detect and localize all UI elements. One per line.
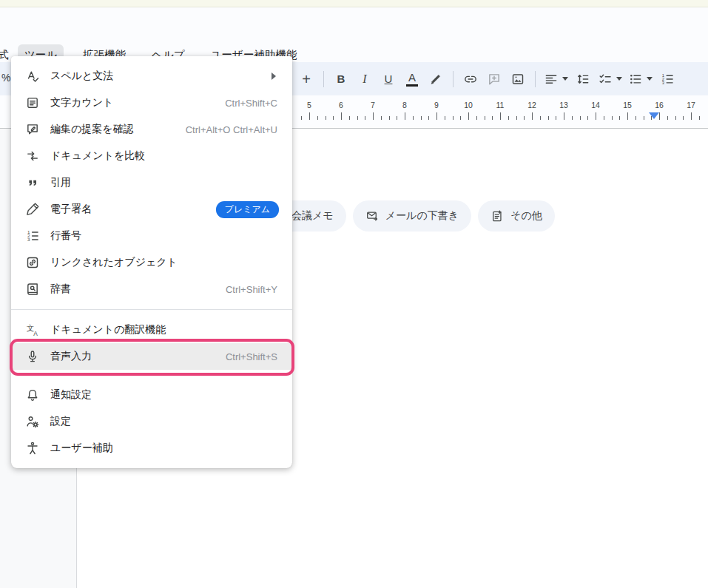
ruler-tick: [468, 112, 469, 120]
ruler-tick: [317, 116, 318, 120]
ruler-tick: [413, 116, 414, 120]
ruler-tick: [644, 116, 644, 120]
ruler-tick: [619, 116, 620, 120]
ruler-tick: [460, 116, 461, 120]
ruler-number: 12: [525, 101, 539, 109]
menu-item-word-count[interactable]: 文字カウントCtrl+Shift+C: [11, 89, 292, 116]
toolbar-add-comment-button[interactable]: [485, 68, 503, 90]
template-chip-more[interactable]: その他: [478, 200, 555, 232]
chevron-down-icon: [647, 77, 653, 81]
menu-item-spelling-and-grammar[interactable]: スペルと文法: [11, 63, 292, 89]
ruler-tick: [333, 116, 334, 120]
premium-badge: プレミアム: [216, 201, 279, 218]
toolbar-insert-link-button[interactable]: [462, 68, 479, 90]
menu-item-label: 編集の提案を確認: [50, 123, 134, 136]
ruler-number: 11: [493, 101, 508, 109]
menu-item-linked-objects[interactable]: リンクされたオブジェクト: [11, 249, 292, 276]
svg-text:3: 3: [662, 80, 664, 84]
ruler-tick: [516, 116, 517, 120]
ruler-tick: [556, 116, 556, 120]
ruler-tick: [596, 112, 596, 120]
toolbar-align-button[interactable]: [544, 68, 568, 90]
menu-item-translate-document[interactable]: 文Aドキュメントの翻訳機能: [11, 317, 292, 343]
ruler-number: 8: [397, 101, 412, 109]
highlighter-icon: [428, 72, 443, 87]
menu-item-line-numbers[interactable]: 123行番号: [11, 223, 292, 249]
ruler-tick: [667, 116, 668, 120]
ruler-tick: [341, 112, 342, 120]
menu-item-label: ユーザー補助: [50, 442, 113, 455]
toolbar-italic-button[interactable]: I: [356, 68, 374, 90]
align-left-icon: [544, 72, 559, 87]
menu-divider: [11, 309, 292, 310]
zoom-control-clipped[interactable]: %: [1, 72, 10, 84]
ruler-tick: [675, 116, 676, 120]
ruler-tick: [587, 116, 588, 120]
toolbar-insert-image-button[interactable]: [509, 68, 527, 90]
template-chip-label: メールの下書き: [385, 209, 459, 223]
toolbar-line-spacing-button[interactable]: [574, 68, 592, 90]
menu-item-esignature[interactable]: 電子署名プレミアム: [11, 196, 292, 223]
ruler-tick: [453, 116, 454, 120]
menu-item-citations[interactable]: 引用: [11, 169, 292, 196]
menu-item-label: 電子署名: [50, 203, 92, 216]
numbered-list-icon: 123: [660, 72, 675, 87]
menu-item-shortcut: Ctrl+Shift+Y: [226, 284, 277, 295]
menu-item-notification-settings[interactable]: 通知設定: [11, 382, 292, 408]
ruler-number: 16: [652, 101, 667, 109]
template-chips-row: 会議メモメールの下書きその他: [259, 200, 555, 232]
ruler-tick: [604, 116, 604, 120]
ruler-tick: [500, 112, 501, 120]
toolbar-font-size-increase-button[interactable]: +: [297, 68, 315, 90]
accessibility-icon: [24, 439, 41, 457]
ruler-tick: [532, 112, 533, 120]
link-icon: [463, 72, 478, 87]
chevron-down-icon: [616, 77, 622, 81]
toolbar-bold-button[interactable]: B: [332, 68, 350, 90]
menu-item-shortcut: Ctrl+Shift+S: [226, 351, 277, 362]
ruler-tick: [683, 116, 684, 120]
toolbar-text-color-button[interactable]: A: [403, 68, 421, 90]
ruler-tick: [373, 112, 374, 120]
template-chip-email-draft[interactable]: メールの下書き: [353, 200, 471, 232]
toolbar-font-size-increase-label: +: [302, 72, 311, 87]
menu-item-label: 音声入力: [50, 350, 92, 363]
ruler-tick: [659, 112, 660, 120]
toolbar-bulleted-list-button[interactable]: [628, 68, 653, 90]
ruler-tick: [476, 116, 477, 120]
toolbar-divider: [535, 71, 536, 87]
image-icon: [510, 72, 525, 87]
toolbar-numbered-list-button[interactable]: 123: [658, 68, 676, 90]
review-suggestions-icon: [24, 121, 41, 138]
menu-item-compare-documents[interactable]: ドキュメントを比較: [11, 143, 292, 169]
menu-item-review-suggested-edits[interactable]: 編集の提案を確認Ctrl+Alt+O Ctrl+Alt+U: [11, 116, 292, 143]
ruler-tick: [699, 116, 700, 120]
ruler-tick: [389, 116, 390, 120]
indent-marker-icon[interactable]: [649, 112, 659, 119]
ruler-tick: [540, 116, 541, 120]
menubar-item-format-clipped[interactable]: 式: [0, 48, 9, 62]
menu-item-preferences[interactable]: 設定: [11, 408, 292, 435]
menu-item-voice-typing[interactable]: 音声入力Ctrl+Shift+S: [11, 343, 292, 370]
toolbar-underline-button[interactable]: U: [380, 68, 397, 90]
menu-item-dictionary[interactable]: 辞書Ctrl+Shift+Y: [11, 276, 292, 303]
ruler-number: 10: [461, 101, 476, 109]
ruler-number: 6: [334, 101, 348, 109]
toolbar-divider: [323, 71, 324, 87]
line-numbers-icon: 123: [24, 227, 41, 245]
ruler-tick: [445, 116, 445, 120]
ruler-tick: [635, 116, 636, 120]
ruler-tick: [580, 116, 581, 120]
menu-item-accessibility[interactable]: ユーザー補助: [11, 435, 292, 462]
ruler-tick: [564, 112, 564, 120]
chevron-down-icon: [562, 77, 568, 81]
menu-item-label: ドキュメントを比較: [50, 149, 145, 163]
toolbar-divider: [453, 71, 454, 87]
template-chip-label: 会議メモ: [291, 209, 334, 223]
ruler-tick: [485, 116, 485, 120]
menu-item-label: スペルと文法: [50, 70, 113, 83]
ruler-number: 15: [620, 101, 635, 109]
toolbar-highlight-color-button[interactable]: [427, 68, 445, 90]
mic-icon: [24, 348, 41, 365]
toolbar-checklist-button[interactable]: [598, 68, 622, 90]
